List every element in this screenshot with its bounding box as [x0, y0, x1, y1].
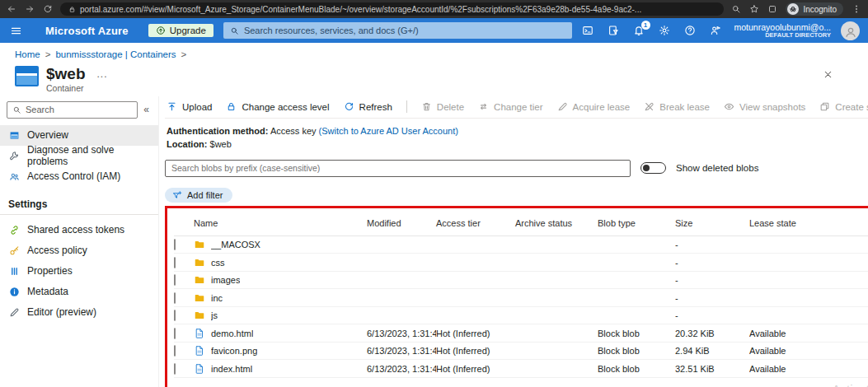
blob-prefix-input[interactable] — [171, 163, 624, 173]
notifications-bell-icon[interactable]: 1 — [633, 25, 645, 36]
settings-gear-icon[interactable] — [659, 25, 670, 36]
address-url: portal.azure.com/#view/Microsoft_Azure_S… — [80, 5, 641, 14]
avatar[interactable] — [841, 21, 860, 40]
sidebar-item[interactable]: Editor (preview) — [0, 302, 158, 323]
col-access-tier[interactable]: Access tier — [436, 218, 515, 228]
row-menu-button[interactable]: ... — [820, 293, 868, 303]
command-button[interactable]: Upload — [167, 101, 212, 112]
address-bar[interactable]: portal.azure.com/#view/Microsoft_Azure_S… — [60, 2, 724, 16]
blob-name[interactable]: __MACOSX — [211, 240, 260, 249]
row-menu-button[interactable]: ... — [820, 258, 868, 268]
sidebar-search[interactable] — [7, 101, 138, 119]
sidebar-item[interactable]: Shared access tokens — [0, 220, 158, 240]
command-button[interactable]: Delete — [421, 101, 464, 112]
table-row[interactable]: __MACOSX - ... — [174, 236, 868, 254]
col-archive-status[interactable]: Archive status — [515, 218, 598, 228]
row-checkbox[interactable] — [174, 328, 176, 339]
command-icon — [819, 101, 830, 112]
command-icon — [167, 101, 177, 112]
col-modified[interactable]: Modified — [367, 218, 436, 228]
browser-reload-icon[interactable] — [43, 4, 53, 14]
blob-size: - — [675, 275, 749, 285]
blob-name[interactable]: css — [211, 258, 225, 268]
table-row[interactable]: favicon.png 6/13/2023, 1:31:40 PM Hot (I… — [174, 343, 868, 361]
table-row[interactable]: index.html 6/13/2023, 1:31:46 PM Hot (In… — [174, 360, 868, 378]
blob-name[interactable]: favicon.png — [211, 346, 257, 356]
col-name[interactable]: Name — [194, 218, 367, 228]
blob-name[interactable]: images — [211, 275, 240, 285]
directory-filter-icon[interactable] — [608, 25, 619, 36]
tab-square-icon[interactable] — [767, 4, 777, 14]
row-checkbox[interactable] — [174, 239, 176, 250]
blob-name[interactable]: js — [211, 310, 218, 320]
browser-forward-icon[interactable] — [25, 4, 35, 14]
row-menu-button[interactable]: ... — [820, 240, 868, 249]
row-checkbox[interactable] — [174, 345, 176, 357]
sidebar-item[interactable]: Access Control (IAM) — [0, 166, 158, 187]
row-checkbox[interactable] — [174, 257, 176, 268]
row-menu-button[interactable]: ... — [820, 364, 868, 374]
blob-name[interactable]: inc — [211, 293, 223, 303]
row-checkbox[interactable] — [174, 292, 176, 304]
folder-icon — [194, 257, 205, 268]
command-button[interactable]: Acquire lease — [557, 101, 631, 112]
row-checkbox[interactable] — [174, 274, 176, 286]
table-row[interactable]: images - ... — [174, 272, 868, 290]
command-button[interactable]: View snapshots — [724, 101, 805, 112]
show-deleted-toggle[interactable] — [640, 162, 666, 174]
command-button[interactable]: Create snapshot — [819, 101, 868, 112]
row-checkbox[interactable] — [174, 310, 176, 321]
sidebar-item[interactable]: Metadata — [0, 282, 158, 302]
breadcrumb-home[interactable]: Home — [15, 49, 40, 59]
brand-title[interactable]: Microsoft Azure — [32, 25, 138, 37]
table-body: __MACOSX - ... — [174, 236, 868, 378]
sidebar-item[interactable]: Properties — [0, 261, 158, 282]
switch-auth-link[interactable]: (Switch to Azure AD User Account) — [319, 126, 458, 136]
table-row[interactable]: demo.html 6/13/2023, 1:31:41 PM Hot (Inf… — [174, 324, 868, 343]
table-row[interactable]: js - ... — [174, 307, 868, 325]
command-button[interactable]: Change tier — [478, 101, 542, 112]
cloud-shell-icon[interactable] — [582, 25, 594, 36]
command-button[interactable]: Break lease — [644, 101, 710, 112]
global-search-input[interactable] — [244, 26, 565, 35]
col-blob-type[interactable]: Blob type — [598, 218, 675, 228]
bookmark-star-icon[interactable] — [749, 4, 759, 14]
table-row[interactable]: css - ... — [174, 254, 868, 272]
row-menu-button[interactable]: ... — [820, 310, 868, 320]
close-blade-icon[interactable] — [823, 66, 855, 80]
breadcrumb-container[interactable]: bunmissstorage | Containers — [55, 49, 176, 59]
blob-name[interactable]: demo.html — [211, 329, 253, 338]
search-icon[interactable] — [731, 4, 741, 14]
blob-name[interactable]: index.html — [211, 364, 252, 374]
upgrade-label: Upgrade — [170, 26, 206, 35]
upgrade-icon — [156, 26, 166, 35]
upgrade-button[interactable]: Upgrade — [148, 24, 213, 37]
help-icon[interactable] — [684, 25, 696, 36]
command-button[interactable]: Refresh — [344, 101, 392, 112]
col-size[interactable]: Size — [675, 218, 749, 228]
sidebar-search-input[interactable] — [26, 105, 132, 114]
hamburger-menu-icon[interactable] — [10, 25, 22, 37]
sidebar-item[interactable]: Overview — [0, 125, 158, 146]
sidebar-collapse-icon[interactable]: « — [141, 104, 152, 115]
add-filter-button[interactable]: Add filter — [165, 188, 232, 203]
account-block[interactable]: motunrayoolubunmi@o... DEFAULT DIRECTORY — [734, 22, 831, 40]
table-row[interactable]: inc - ... — [174, 289, 868, 307]
sidebar-item[interactable]: Diagnose and solve problems — [0, 146, 158, 166]
global-search[interactable] — [223, 22, 572, 39]
feedback-icon[interactable] — [710, 25, 721, 36]
blob-prefix-search[interactable] — [165, 160, 631, 177]
row-menu-button[interactable]: ... — [820, 275, 868, 285]
command-button[interactable]: Change access level — [226, 101, 329, 112]
breadcrumb-separator: > — [45, 49, 51, 59]
col-lease-state[interactable]: Lease state — [749, 218, 820, 228]
blob-type: Block blob — [598, 364, 675, 374]
title-context-menu[interactable]: ... — [97, 69, 108, 80]
row-checkbox[interactable] — [174, 363, 176, 375]
browser-back-icon[interactable] — [7, 4, 16, 14]
row-menu-button[interactable]: ... — [820, 329, 868, 338]
row-menu-button[interactable]: ... — [820, 346, 868, 356]
browser-menu-icon[interactable] — [852, 4, 861, 14]
sidebar-item[interactable]: Access policy — [0, 240, 158, 261]
incognito-badge: Incognito — [786, 2, 843, 16]
